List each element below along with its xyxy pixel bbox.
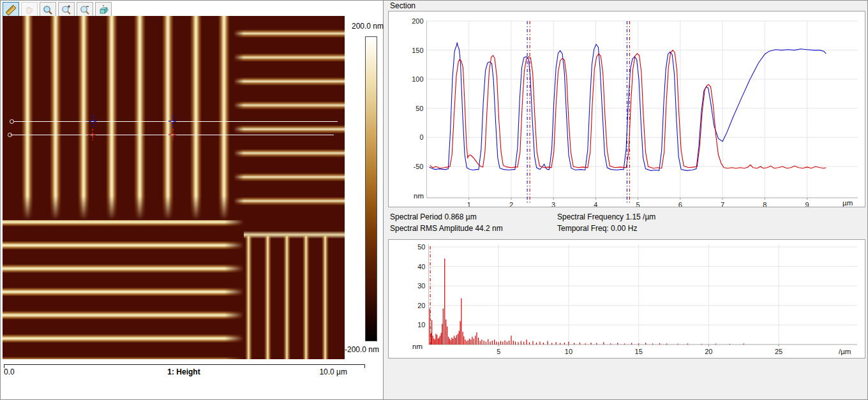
spectrum-xtick: 25 xyxy=(775,348,782,355)
grating-vertical-stripes-bottom-right xyxy=(245,236,345,359)
section-line-2-cursor-b[interactable] xyxy=(168,128,177,141)
section-line-2-cursor-a[interactable] xyxy=(88,128,97,141)
colorbar-min-label: -200.0 nm xyxy=(327,345,379,354)
section-xtick: 9 xyxy=(805,201,809,207)
spectrum-xtick: 5 xyxy=(497,348,500,355)
section-chart[interactable]: 200150100500-50123456789 xyxy=(388,11,865,207)
spectrum-chart-plot[interactable]: 1020304050510152025 xyxy=(389,240,865,358)
spectrum-ytick: 20 xyxy=(417,302,425,309)
profile-1-blue-trace xyxy=(430,43,827,171)
section-line-1-handle[interactable] xyxy=(10,119,14,124)
section-xtick: 4 xyxy=(594,201,597,207)
afm-height-image[interactable] xyxy=(3,16,345,359)
image-panel: 0.0 1: Height 10.0 µm 200.0 nm -200.0 nm xyxy=(0,0,384,400)
spectrum-x-unit: /µm xyxy=(839,348,851,355)
spectrum-xtick: 10 xyxy=(565,348,572,355)
stripe-fade xyxy=(234,16,244,219)
ruler-icon xyxy=(5,4,17,16)
height-colorbar[interactable] xyxy=(365,36,377,341)
stat-temporal-freq: Temporal Freq: 0.00 Hz xyxy=(557,224,637,233)
section-ytick: 150 xyxy=(412,47,423,54)
section-ytick: 0 xyxy=(419,133,423,141)
spectrum-ytick: 50 xyxy=(417,243,425,251)
scale-end-label: 10.0 µm xyxy=(283,367,347,376)
section-line-2-handle[interactable] xyxy=(8,133,12,137)
section-chart-plot[interactable]: 200150100500-50123456789 xyxy=(389,11,865,207)
spectrum-ytick: 30 xyxy=(417,282,425,290)
section-ytick: 50 xyxy=(415,105,423,112)
section-xtick: 3 xyxy=(551,201,555,207)
spectrum-xtick: 15 xyxy=(635,348,643,355)
spectrum-bars xyxy=(430,258,744,344)
stripe-fade xyxy=(225,220,244,359)
section-ytick: 100 xyxy=(412,75,423,83)
grating-vertical-stripes-top-left xyxy=(3,16,234,221)
magnifier-plus-icon xyxy=(61,4,72,16)
section-xtick: 8 xyxy=(763,201,767,207)
spectrum-ytick: 40 xyxy=(417,263,425,270)
section-xtick: 7 xyxy=(721,201,724,207)
hand-icon xyxy=(24,4,35,16)
spectrum-ytick: 10 xyxy=(417,321,425,329)
section-panel-title: Section xyxy=(390,1,415,10)
section-xtick: 5 xyxy=(636,201,640,207)
stripe-fade xyxy=(3,196,234,223)
section-ytick: 200 xyxy=(412,17,423,25)
section-ytick: -50 xyxy=(414,163,424,170)
section-x-unit: µm xyxy=(842,199,853,207)
spectrum-xtick: 20 xyxy=(705,348,712,355)
section-xtick: 6 xyxy=(678,201,682,207)
magnifier-icon xyxy=(42,4,54,16)
nanoscope-section-view: 0.0 1: Height 10.0 µm 200.0 nm -200.0 nm… xyxy=(0,0,868,400)
colorbar-max-label: 200.0 nm xyxy=(331,22,384,31)
section-line-1-cursor-a[interactable] xyxy=(89,115,98,128)
section-xtick: 2 xyxy=(509,201,513,207)
cube-arrows-icon xyxy=(98,4,109,16)
stat-spectral-rms: Spectral RMS Amplitude 44.2 nm xyxy=(390,224,503,233)
stat-spectral-period: Spectral Period 0.868 µm xyxy=(390,212,477,221)
spectrum-chart[interactable]: 1020304050510152025 xyxy=(388,239,865,359)
section-line-1-cursor-b[interactable] xyxy=(168,115,177,128)
magnifier-minus-icon xyxy=(79,4,91,16)
section-y-unit: nm xyxy=(397,192,424,200)
stat-spectral-frequency: Spectral Frequency 1.15 /µm xyxy=(557,212,655,221)
section-xtick: 1 xyxy=(467,201,471,207)
grating-horizontal-stripes-bottom-left xyxy=(3,220,244,359)
grating-horizontal-stripes-top-right xyxy=(234,16,345,219)
spectrum-y-unit: nm xyxy=(396,343,423,350)
